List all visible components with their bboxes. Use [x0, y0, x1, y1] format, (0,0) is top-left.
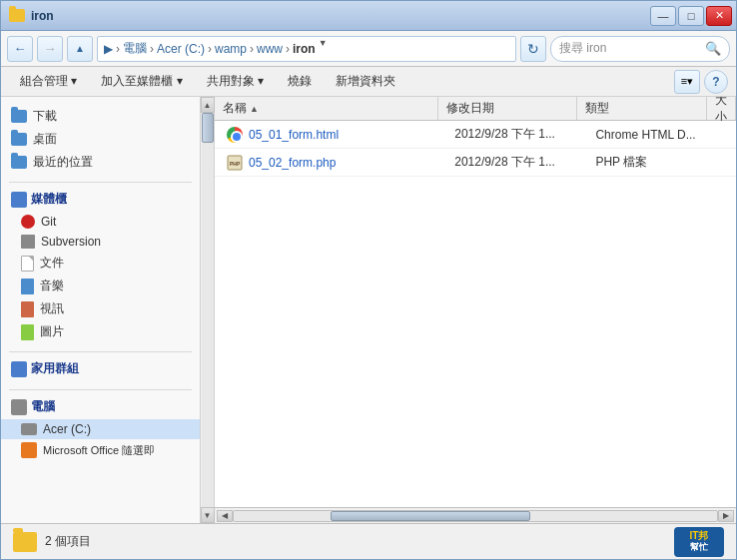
scroll-left-arrow[interactable]: ◀ — [217, 510, 233, 522]
burn-button[interactable]: 燒錄 — [277, 70, 323, 94]
sidebar-item-download[interactable]: 下載 — [1, 105, 200, 128]
sidebar-item-documents[interactable]: 文件 — [1, 252, 200, 275]
path-dropdown-arrow[interactable]: ▼ — [319, 38, 335, 60]
address-bar: ← → ▲ ▶ › 電腦 › Acer (C:) › wamp › www › … — [1, 31, 736, 67]
back-button[interactable]: ← — [7, 36, 33, 62]
sidebar-item-label: 音樂 — [40, 278, 64, 294]
new-folder-button[interactable]: 新增資料夾 — [325, 70, 406, 94]
sidebar-item-desktop[interactable]: 桌面 — [1, 128, 200, 151]
sidebar-item-git[interactable]: Git — [1, 212, 200, 232]
sidebar: 下載 桌面 最近的位置 媒體櫃 — [1, 97, 201, 523]
php-icon: PHP — [227, 155, 243, 171]
sidebar-divider-3 — [9, 389, 192, 390]
path-root[interactable]: ▶ — [104, 42, 113, 56]
download-icon — [11, 110, 27, 123]
file-name-cell: 05_01_form.html — [219, 125, 446, 145]
sidebar-item-video[interactable]: 視訊 — [1, 297, 200, 320]
scroll-track — [202, 113, 214, 507]
scroll-right-arrow[interactable]: ▶ — [718, 510, 734, 522]
sidebar-favorites: 下載 桌面 最近的位置 — [1, 105, 200, 174]
address-path[interactable]: ▶ › 電腦 › Acer (C:) › wamp › www › iron ▼ — [97, 36, 516, 62]
svn-icon — [21, 235, 35, 249]
col-header-type[interactable]: 類型 — [577, 97, 707, 120]
share-button[interactable]: 共用對象 ▾ — [196, 70, 275, 94]
col-header-size[interactable]: 大小 — [707, 97, 736, 120]
scroll-up-arrow[interactable]: ▲ — [201, 97, 215, 113]
sidebar-item-ms-office[interactable]: Microsoft Office 隨選即 — [1, 439, 200, 461]
file-date-cell: 2012/9/28 下午 1... — [446, 152, 587, 173]
sidebar-item-image[interactable]: 圖片 — [1, 320, 200, 343]
minimize-button[interactable]: — — [650, 6, 676, 26]
toolbar: 組合管理 ▾ 加入至媒體櫃 ▾ 共用對象 ▾ 燒錄 新增資料夾 ≡▾ ? — [1, 67, 736, 97]
maximize-button[interactable]: □ — [678, 6, 704, 26]
sidebar-divider-1 — [9, 182, 192, 183]
chrome-icon — [227, 127, 243, 143]
file-type-cell: PHP 檔案 — [587, 152, 720, 173]
col-header-date[interactable]: 修改日期 — [438, 97, 577, 120]
explorer-window: iron — □ ✕ ← → ▲ ▶ › 電腦 › Acer (C:) › wa… — [0, 0, 737, 560]
col-header-name[interactable]: 名稱 ▲ — [215, 97, 438, 120]
path-computer[interactable]: 電腦 — [123, 40, 147, 57]
video-icon — [21, 301, 34, 317]
sidebar-item-acer-c[interactable]: Acer (C:) — [1, 419, 200, 439]
recent-icon — [11, 156, 27, 169]
sidebar-scrollbar[interactable]: ▲ ▼ — [201, 97, 215, 523]
sidebar-item-label: Subversion — [41, 235, 101, 249]
scroll-down-arrow[interactable]: ▼ — [201, 507, 215, 523]
sort-arrow-name: ▲ — [250, 104, 259, 114]
table-row[interactable]: 05_01_form.html 2012/9/28 下午 1... Chrome… — [215, 121, 736, 149]
sidebar-item-label: Microsoft Office 隨選即 — [43, 443, 155, 458]
status-bar: 2 個項目 IT邦 幫忙 — [1, 523, 736, 559]
path-www[interactable]: www — [257, 42, 283, 56]
image-icon — [21, 324, 34, 340]
horizontal-scrollbar[interactable]: ◀ ▶ — [215, 507, 736, 523]
git-icon — [21, 215, 35, 229]
sidebar-item-label: Git — [41, 215, 56, 229]
sidebar-group-label-text: 媒體櫃 — [31, 191, 67, 208]
path-drive[interactable]: Acer (C:) — [157, 42, 205, 56]
h-scroll-thumb[interactable] — [331, 511, 530, 521]
file-type-cell: Chrome HTML D... — [587, 126, 720, 144]
title-bar: iron — □ ✕ — [1, 1, 736, 31]
add-library-button[interactable]: 加入至媒體櫃 ▾ — [90, 70, 193, 94]
sidebar-item-label: 桌面 — [33, 131, 57, 148]
file-size-cell — [720, 133, 736, 137]
doc-icon — [21, 256, 34, 272]
search-input[interactable] — [559, 42, 701, 56]
help-button[interactable]: ? — [704, 70, 728, 94]
sidebar-computer-label: 電腦 — [31, 398, 55, 415]
pc-icon — [11, 399, 27, 415]
homegroup-icon — [11, 361, 27, 377]
search-icon[interactable]: 🔍 — [705, 41, 721, 56]
title-buttons: — □ ✕ — [650, 6, 732, 26]
sidebar-item-label: 文件 — [40, 255, 64, 272]
file-rows: 05_01_form.html 2012/9/28 下午 1... Chrome… — [215, 121, 736, 507]
file-list: 名稱 ▲ 修改日期 類型 大小 05_01 — [215, 97, 736, 523]
status-logo: IT邦 幫忙 — [674, 527, 724, 557]
path-iron[interactable]: iron — [293, 42, 316, 56]
file-name-cell: PHP 05_02_form.php — [219, 153, 446, 173]
sidebar-divider-2 — [9, 351, 192, 352]
sidebar-item-music[interactable]: 音樂 — [1, 275, 200, 297]
organize-button[interactable]: 組合管理 ▾ — [9, 70, 88, 94]
sidebar-group-homegroup[interactable]: 家用群組 — [1, 356, 200, 381]
close-button[interactable]: ✕ — [706, 6, 732, 26]
hdd-icon — [21, 423, 37, 435]
up-button[interactable]: ▲ — [67, 36, 93, 62]
sidebar-group-media[interactable]: 媒體櫃 — [1, 187, 200, 212]
sidebar-homegroup: 家用群組 — [1, 356, 200, 381]
path-wamp[interactable]: wamp — [215, 42, 247, 56]
sidebar-item-label: 下載 — [33, 108, 57, 125]
scroll-thumb[interactable] — [202, 113, 214, 143]
table-row[interactable]: PHP 05_02_form.php 2012/9/28 下午 1... PHP… — [215, 149, 736, 177]
forward-button[interactable]: → — [37, 36, 63, 62]
sidebar-item-subversion[interactable]: Subversion — [1, 232, 200, 252]
sidebar-group-computer[interactable]: 電腦 — [1, 394, 200, 419]
toolbar-right: ≡▾ ? — [674, 70, 728, 94]
refresh-button[interactable]: ↻ — [520, 36, 546, 62]
desktop-icon — [11, 133, 27, 146]
sidebar-item-recent[interactable]: 最近的位置 — [1, 151, 200, 174]
status-item-count: 2 個項目 — [45, 533, 91, 550]
view-button[interactable]: ≡▾ — [674, 70, 700, 94]
media-lib-icon — [11, 192, 27, 208]
